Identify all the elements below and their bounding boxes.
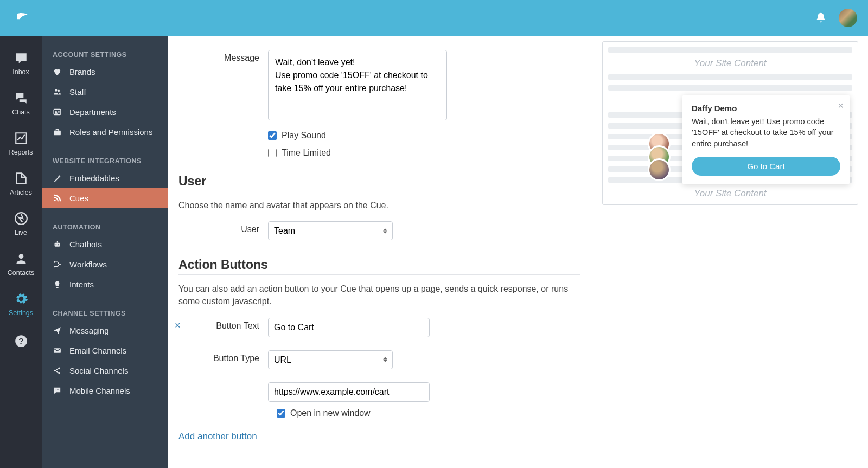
preview-box: Your Site Content Your Site Content Your… <box>602 41 858 205</box>
play-sound-label: Play Sound <box>282 131 326 140</box>
nav-rail: Inbox Chats Reports Articles Live Contac… <box>0 36 42 468</box>
sidebar-item-label: Chatbots <box>69 240 102 249</box>
nav-settings[interactable]: Settings <box>0 284 42 324</box>
sidebar-heading: AUTOMATION <box>42 218 168 234</box>
sidebar-item-mobile[interactable]: Mobile Channels <box>42 381 168 401</box>
nav-articles[interactable]: Articles <box>0 164 42 204</box>
notifications-icon[interactable] <box>815 12 827 24</box>
sidebar-item-label: Workflows <box>69 260 107 269</box>
nav-label: Reports <box>9 149 33 156</box>
avatar-stack <box>648 132 671 181</box>
envelope-icon <box>53 346 62 355</box>
wand-icon <box>53 174 62 183</box>
sidebar-item-label: Embeddables <box>69 174 119 183</box>
sidebar-item-social[interactable]: Social Channels <box>42 361 168 381</box>
svg-rect-6 <box>54 110 61 115</box>
action-button-block: × Button Text Button Type URL <box>178 315 580 420</box>
lightbulb-icon <box>53 280 62 289</box>
nav-label: Inbox <box>12 68 29 76</box>
button-text-input[interactable] <box>268 318 430 337</box>
svg-rect-10 <box>55 243 60 247</box>
site-placeholder: Your Site Content <box>608 188 852 199</box>
user-label: User <box>178 221 268 234</box>
nav-live[interactable]: Live <box>0 204 42 244</box>
nav-label: Chats <box>12 108 30 116</box>
divider <box>178 191 580 191</box>
site-placeholder: Your Site Content <box>608 58 852 69</box>
button-text-label: Button Text <box>178 318 268 331</box>
inbox-icon <box>14 51 28 65</box>
app-logo-icon <box>15 11 29 25</box>
message-textarea[interactable]: Wait, don't leave yet! Use promo code '1… <box>268 50 447 120</box>
people-icon <box>53 87 62 97</box>
articles-icon <box>14 171 28 185</box>
send-icon <box>53 326 62 335</box>
sidebar-item-label: Departments <box>69 107 116 117</box>
sidebar-item-label: Roles and Permissions <box>69 127 152 137</box>
live-icon <box>14 211 28 226</box>
sidebar-item-roles[interactable]: Roles and Permissions <box>42 122 168 142</box>
message-label: Message <box>178 50 268 63</box>
svg-point-12 <box>58 244 59 245</box>
svg-point-1 <box>18 254 23 259</box>
sidebar-item-label: Mobile Channels <box>69 386 130 395</box>
sidebar-item-label: Messaging <box>69 326 109 335</box>
chats-icon <box>14 91 28 105</box>
action-section-help: You can also add an action button to you… <box>178 283 580 307</box>
reports-icon <box>14 131 28 145</box>
sidebar-item-staff[interactable]: Staff <box>42 82 168 102</box>
play-sound-checkbox[interactable] <box>268 131 277 140</box>
url-input[interactable] <box>268 382 430 402</box>
divider <box>178 274 580 275</box>
button-type-label: Button Type <box>178 350 268 363</box>
sidebar-heading: CHANNEL SETTINGS <box>42 304 168 320</box>
nav-reports[interactable]: Reports <box>0 124 42 164</box>
nav-help[interactable]: ? <box>0 326 42 356</box>
user-avatar[interactable] <box>839 9 857 27</box>
id-card-icon <box>53 107 62 117</box>
sidebar-item-cues[interactable]: Cues <box>42 188 168 208</box>
open-new-window-checkbox[interactable] <box>277 409 285 418</box>
user-select[interactable]: Team <box>268 221 393 240</box>
nav-label: Settings <box>9 309 33 317</box>
cue-preview-button[interactable]: Go to Cart <box>692 157 840 176</box>
sidebar-item-label: Social Channels <box>69 366 128 375</box>
close-icon[interactable]: × <box>838 100 844 112</box>
svg-point-11 <box>55 244 56 245</box>
sidebar-item-workflows[interactable]: Workflows <box>42 254 168 274</box>
cue-form: Message Wait, don't leave yet! Use promo… <box>168 36 602 468</box>
cue-preview-panel: Your Site Content Your Site Content Your… <box>602 36 868 468</box>
time-limited-label: Time Limited <box>282 148 331 158</box>
nav-label: Live <box>15 229 27 236</box>
nav-label: Articles <box>10 189 32 196</box>
remove-button-icon[interactable]: × <box>175 320 181 331</box>
sidebar-item-intents[interactable]: Intents <box>42 274 168 294</box>
contacts-icon <box>14 252 28 266</box>
open-new-window-label: Open in new window <box>290 408 371 418</box>
button-type-select[interactable]: URL <box>268 350 393 369</box>
sidebar-item-embeddables[interactable]: Embeddables <box>42 168 168 188</box>
svg-rect-8 <box>54 131 61 136</box>
svg-point-22 <box>58 389 59 390</box>
sidebar-item-label: Staff <box>69 87 86 97</box>
time-limited-checkbox[interactable] <box>268 149 277 157</box>
sidebar-item-messaging[interactable]: Messaging <box>42 320 168 341</box>
share-icon <box>53 366 62 375</box>
add-another-button-link[interactable]: Add another button <box>178 431 257 442</box>
nav-contacts[interactable]: Contacts <box>0 244 42 284</box>
sidebar-item-email[interactable]: Email Channels <box>42 341 168 361</box>
nav-inbox[interactable]: Inbox <box>0 43 42 84</box>
workflow-icon <box>53 260 62 269</box>
svg-point-21 <box>57 389 58 390</box>
briefcase-icon <box>53 127 62 137</box>
rss-icon <box>53 194 62 203</box>
team-avatar <box>648 158 671 181</box>
sidebar-item-departments[interactable]: Departments <box>42 102 168 122</box>
sidebar-item-brands[interactable]: Brands <box>42 62 168 82</box>
topbar <box>0 0 868 36</box>
sidebar-item-chatbots[interactable]: Chatbots <box>42 234 168 254</box>
nav-chats[interactable]: Chats <box>0 84 42 124</box>
svg-point-14 <box>54 266 55 267</box>
svg-point-5 <box>58 90 60 92</box>
sidebar-item-label: Cues <box>69 194 88 203</box>
